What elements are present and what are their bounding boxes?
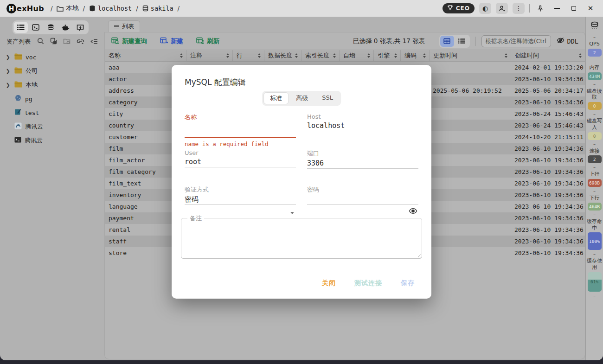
- sort-icon[interactable]: [180, 53, 183, 58]
- port-label: 端口: [307, 147, 418, 158]
- rail-stat: 磁盘读取 0 –: [586, 88, 603, 118]
- contrast-glyph: ◐: [482, 5, 488, 12]
- list-view-icon[interactable]: [14, 22, 28, 33]
- more-menu-icon[interactable]: ⋮: [513, 3, 525, 14]
- sort-icon[interactable]: [258, 53, 261, 58]
- pin-icon[interactable]: [534, 3, 546, 14]
- folder-icon: [14, 67, 22, 75]
- port-field[interactable]: 端口 3306: [307, 147, 418, 184]
- sort-icon[interactable]: [579, 53, 582, 58]
- cell-create-time: 2023-06-10 19:34:36: [511, 180, 585, 187]
- new-query-button[interactable]: 新建查询: [111, 37, 147, 45]
- tree-item-connection[interactable]: 腾讯云: [0, 120, 104, 134]
- tab-list[interactable]: 列表: [108, 20, 140, 32]
- list-view-toggle-icon[interactable]: [455, 36, 469, 47]
- host-input[interactable]: localhost: [307, 120, 418, 131]
- sort-icon[interactable]: [367, 53, 370, 58]
- host-label: Host: [307, 111, 418, 120]
- new-table-label: 新建: [171, 37, 183, 45]
- auth-method-select[interactable]: 密码: [185, 194, 296, 205]
- collapse-sidebar-icon[interactable]: [90, 38, 98, 46]
- column-header[interactable]: 自增: [339, 50, 373, 61]
- dialog-tab-advanced[interactable]: 高级: [289, 92, 314, 104]
- column-header[interactable]: 编码: [400, 50, 429, 61]
- rail-stats: QPS 2 – 内存 434M – 磁盘读取 0 – 磁盘写入 0 – 连接 2…: [586, 41, 603, 300]
- folder-icon: [14, 53, 22, 61]
- save-button[interactable]: 保存: [401, 279, 415, 287]
- name-error-message: name is a required field: [185, 140, 296, 147]
- close-dialog-button[interactable]: 关闭: [322, 279, 336, 287]
- close-button[interactable]: ✕: [584, 3, 597, 14]
- column-header[interactable]: 引擎: [373, 50, 400, 61]
- mysql-config-dialog: MySQL 配置编辑 标准 高级 SSL 名称 name is a requir…: [172, 65, 431, 299]
- tree-item-connection[interactable]: test: [0, 106, 104, 120]
- dialog-tab-standard[interactable]: 标准: [263, 92, 289, 104]
- sort-icon[interactable]: [226, 53, 229, 58]
- folder-export-icon[interactable]: [63, 38, 71, 46]
- user-input[interactable]: root: [185, 156, 296, 167]
- table-header: 名称 注释 行 数据长度 索引长度 自增 引擎 编码 更新时间 创建时间: [105, 50, 585, 62]
- remark-textarea[interactable]: [181, 218, 422, 258]
- teapot-icon[interactable]: [58, 22, 72, 33]
- tree-item-connection[interactable]: pg: [0, 92, 104, 106]
- link-add-icon[interactable]: [77, 38, 84, 46]
- copy-icon[interactable]: [50, 38, 57, 46]
- rail-stat-label: 磁盘读取: [586, 88, 603, 101]
- column-header[interactable]: 数据长度: [264, 50, 301, 61]
- grid-view-icon[interactable]: [440, 36, 454, 47]
- chevron-right-icon[interactable]: ❯: [5, 68, 11, 74]
- sort-icon[interactable]: [394, 53, 397, 58]
- column-header[interactable]: 更新时间: [429, 50, 511, 61]
- column-header[interactable]: 注释: [186, 50, 232, 61]
- sort-icon[interactable]: [505, 53, 507, 58]
- column-header[interactable]: 行: [232, 50, 264, 61]
- password-input[interactable]: [307, 194, 418, 205]
- app-logo[interactable]: H exHub: [6, 4, 44, 13]
- refresh-button[interactable]: 刷新: [196, 37, 219, 45]
- user-field[interactable]: User root: [185, 147, 296, 184]
- table-filter-input[interactable]: [481, 35, 551, 47]
- sort-icon[interactable]: [423, 53, 426, 58]
- tree-item-connection[interactable]: 腾讯云: [0, 134, 104, 147]
- chevron-right-icon[interactable]: ❯: [5, 54, 11, 60]
- chat-lightning-icon[interactable]: [73, 22, 87, 33]
- port-input[interactable]: 3306: [307, 158, 418, 169]
- ddl-toggle[interactable]: DDL: [557, 37, 578, 45]
- eye-icon[interactable]: [409, 207, 417, 216]
- sort-icon[interactable]: [333, 53, 336, 58]
- column-header[interactable]: 名称: [105, 50, 186, 61]
- password-field[interactable]: 密码: [307, 184, 418, 220]
- column-header[interactable]: 索引长度: [301, 50, 339, 61]
- account-icon[interactable]: [496, 3, 508, 14]
- sidebar: 资产列表 ❯ voc ❯ 公司 ❯ 本地: [0, 17, 104, 360]
- theme-toggle-icon[interactable]: ◐: [479, 3, 491, 14]
- name-input[interactable]: [185, 121, 296, 138]
- dialog-tab-ssl[interactable]: SSL: [315, 92, 340, 104]
- terminal-icon[interactable]: [29, 22, 43, 33]
- column-header[interactable]: 创建时间: [511, 50, 585, 61]
- breadcrumb-folder[interactable]: 本地: [57, 4, 78, 13]
- remark-field[interactable]: 备注: [181, 218, 422, 259]
- minimize-icon: [554, 8, 560, 9]
- sort-icon[interactable]: [295, 53, 298, 58]
- rail-stat-label: 缓存命中: [586, 218, 603, 231]
- cell-create-time: 2023-06-24 15:46:43: [511, 122, 585, 129]
- chevron-right-icon[interactable]: ❯: [5, 82, 11, 88]
- test-connection-button[interactable]: 测试连接: [354, 279, 382, 287]
- breadcrumb-database[interactable]: sakila: [142, 5, 173, 12]
- rail-dash-icon: –: [593, 252, 596, 256]
- host-field[interactable]: Host localhost: [307, 111, 418, 147]
- breadcrumb-host[interactable]: localhost: [89, 5, 132, 12]
- tree-item-folder[interactable]: ❯ voc: [0, 50, 104, 64]
- ceo-badge[interactable]: CEO: [443, 3, 475, 13]
- maximize-button[interactable]: [568, 3, 580, 14]
- maximize-icon: [571, 6, 576, 11]
- search-icon[interactable]: [37, 38, 44, 46]
- database-icon[interactable]: [44, 22, 58, 33]
- minimize-button[interactable]: [551, 3, 563, 14]
- name-field[interactable]: 名称 name is a required field: [185, 111, 296, 147]
- tree-item-folder[interactable]: ❯ 公司: [0, 64, 104, 78]
- server-database-icon[interactable]: [590, 21, 599, 32]
- new-table-button[interactable]: 新建: [160, 37, 183, 45]
- tree-item-folder[interactable]: ❯ 本地: [0, 78, 104, 92]
